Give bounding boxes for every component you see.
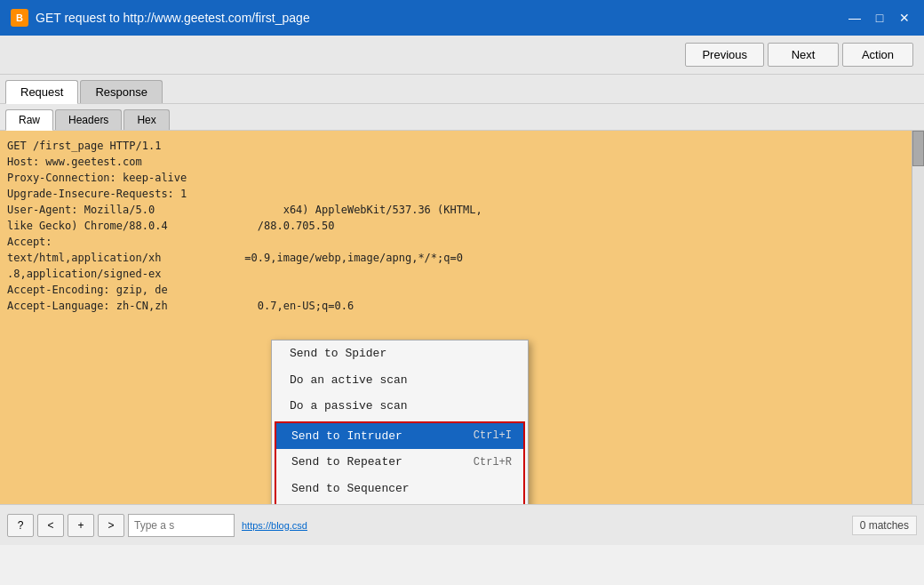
subtab-raw[interactable]: Raw bbox=[5, 109, 53, 131]
request-text: GET /first_page HTTP/1.1 Host: www.geete… bbox=[7, 138, 917, 314]
search-input[interactable] bbox=[128, 514, 235, 537]
help-button[interactable]: ? bbox=[7, 514, 34, 537]
tab-response[interactable]: Response bbox=[80, 80, 163, 103]
main-tabs: Request Response bbox=[0, 75, 924, 104]
title-bar-left: B GET request to http://www.geetest.com/… bbox=[11, 9, 310, 27]
tab-request[interactable]: Request bbox=[5, 80, 78, 104]
ctx-passive-scan[interactable]: Do a passive scan bbox=[272, 393, 528, 420]
title-bar: B GET request to http://www.geetest.com/… bbox=[0, 0, 924, 36]
subtab-hex[interactable]: Hex bbox=[123, 109, 169, 130]
ctx-send-group: Send to Intruder Ctrl+I Send to Repeater… bbox=[275, 421, 525, 505]
ctx-send-to-comparer[interactable]: Send to Comparer bbox=[276, 501, 523, 504]
close-button[interactable]: ✕ bbox=[896, 9, 913, 27]
ctx-send-to-intruder[interactable]: Send to Intruder Ctrl+I bbox=[276, 423, 523, 450]
context-menu: Send to Spider Do an active scan Do a pa… bbox=[271, 340, 529, 504]
minimize-button[interactable]: — bbox=[846, 9, 864, 27]
maximize-button[interactable]: □ bbox=[871, 9, 888, 27]
matches-label: 0 matches bbox=[852, 516, 917, 535]
request-content-area[interactable]: GET /first_page HTTP/1.1 Host: www.geete… bbox=[0, 131, 924, 504]
forward-button[interactable]: > bbox=[98, 514, 124, 537]
toolbar: Previous Next Action bbox=[0, 36, 924, 75]
sub-tabs: Raw Headers Hex bbox=[0, 104, 924, 131]
window-controls: — □ ✕ bbox=[846, 9, 913, 27]
url-label[interactable]: https://blog.csd bbox=[242, 520, 307, 531]
ctx-send-to-sequencer[interactable]: Send to Sequencer bbox=[276, 476, 523, 502]
add-button[interactable]: + bbox=[68, 514, 94, 537]
window-title: GET request to http://www.geetest.com/fi… bbox=[36, 11, 310, 25]
scrollbar-thumb[interactable] bbox=[912, 131, 924, 166]
previous-button[interactable]: Previous bbox=[685, 43, 764, 67]
subtab-headers[interactable]: Headers bbox=[55, 109, 122, 130]
action-button[interactable]: Action bbox=[842, 43, 913, 67]
ctx-active-scan[interactable]: Do an active scan bbox=[272, 367, 528, 394]
ctx-send-to-spider[interactable]: Send to Spider bbox=[272, 341, 528, 367]
bottom-bar: ? < + > https://blog.csd 0 matches bbox=[0, 504, 924, 545]
next-button[interactable]: Next bbox=[768, 43, 839, 67]
back-button[interactable]: < bbox=[37, 514, 64, 537]
ctx-send-to-repeater[interactable]: Send to Repeater Ctrl+R bbox=[276, 449, 523, 476]
app-icon: B bbox=[11, 9, 28, 27]
vertical-scrollbar[interactable] bbox=[912, 131, 924, 504]
